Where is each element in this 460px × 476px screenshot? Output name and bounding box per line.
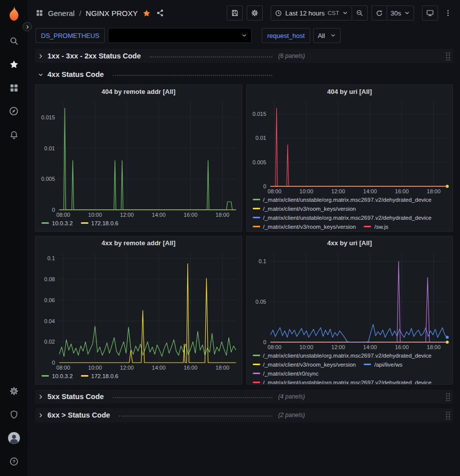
svg-text:0.01: 0.01 [255,135,266,141]
legend-swatch [364,226,371,227]
legend-label: /_matrix/client/unstable/org.matrix.msc2… [263,197,432,203]
svg-text:16:00: 16:00 [395,188,409,194]
panel-title-404-by-remote-addr[interactable]: 404 by remote addr [All] [35,85,242,98]
chart-404-by-uri[interactable]: 08:0010:0012:0014:0016:0018:0000.0050.01… [247,98,453,195]
panel-title: 404 by uri [All] [327,88,372,95]
breadcrumb-section[interactable]: General [48,9,74,17]
svg-text:0.05: 0.05 [255,299,266,305]
sidebar-item-settings[interactable] [0,379,27,403]
legend-swatch [253,373,260,374]
legend-item[interactable]: /_matrix/client/unstable/org.matrix.msc2… [253,351,432,360]
row-drag-handle[interactable] [446,392,451,401]
legend-item[interactable]: 10.0.3.2 [41,372,73,380]
more-options-button[interactable] [442,8,454,17]
legend-item[interactable]: /api/live/ws [364,360,402,369]
legend-label: /_matrix/client/unstable/org.matrix.msc2… [263,215,432,221]
legend-item[interactable]: /_matrix/client/v3/room_keys/version [253,204,356,213]
chart-4xx-by-remote-addr[interactable]: 08:0010:0012:0014:0016:0018:0000.020.040… [35,249,242,372]
sidebar-item-dashboards[interactable] [0,76,27,99]
variable-value-request-host[interactable]: All [313,28,340,43]
panel-title-404-by-uri[interactable]: 404 by uri [All] [247,85,453,98]
chevron-down-icon [241,32,247,38]
svg-text:0.06: 0.06 [44,297,55,303]
time-range-label: Last 12 hours [285,9,325,17]
sidebar: ? [0,0,27,476]
svg-text:0.1: 0.1 [47,255,55,261]
row-dotted-leader [150,56,272,57]
legend-item[interactable]: /sw.js [364,222,388,231]
sidebar-item-server-admin[interactable] [0,403,27,426]
legend-item[interactable]: 172.18.0.6 [81,372,118,380]
row-title: 1xx - 3xx - 2xx Status Code [47,52,141,60]
svg-text:12:00: 12:00 [120,365,134,371]
legend-item[interactable]: /_matrix/client/r0/sync [253,369,319,378]
dashboard-settings-button[interactable] [247,5,263,20]
legend-label: 172.18.0.6 [91,220,118,226]
chart-404-by-remote-addr[interactable]: 08:0010:0012:0014:0016:0018:0000.0050.01… [35,98,242,219]
panel-title: 4xx by uri [All] [327,239,372,247]
svg-text:08:00: 08:00 [56,365,70,371]
grafana-logo-icon[interactable] [4,4,23,23]
chevron-right-icon [25,24,30,29]
panel-title-4xx-by-uri[interactable]: 4xx by uri [All] [247,236,453,249]
breadcrumb-title[interactable]: NGINX PROXY [86,9,138,17]
main-area: General / NGINX PROXY [27,0,460,476]
sidebar-item-starred[interactable] [0,52,27,76]
panel-title-4xx-by-remote-addr[interactable]: 4xx by remote addr [All] [35,236,242,249]
favorite-star-icon[interactable] [142,9,151,17]
time-range-picker[interactable]: Last 12 hours CST [271,5,352,20]
row-header-1xx-3xx-2xx[interactable]: 1xx - 3xx - 2xx Status Code (6 panels) [35,49,453,63]
legend-label: /api/live/ws [374,362,402,368]
sidebar-item-help[interactable]: ? [0,450,27,473]
svg-text:10:00: 10:00 [299,188,313,194]
row-header-5xx[interactable]: 5xx Status Code (4 panels) [35,390,453,404]
sidebar-nav-bottom: ? [0,379,27,473]
svg-text:18:00: 18:00 [216,212,230,218]
tv-mode-button[interactable] [422,5,438,20]
row-panel-count: (6 panels) [278,52,305,59]
refresh-icon [376,9,383,17]
row-drag-handle[interactable] [446,51,451,60]
sidebar-expand-button[interactable] [22,22,32,31]
legend-item[interactable]: 172.18.0.6 [81,219,118,227]
chart-4xx-by-uri[interactable]: 08:0010:0012:0014:0016:0018:0000.050.1 [247,249,453,351]
svg-text:0: 0 [263,339,266,345]
row-header-4xx[interactable]: 4xx Status Code [35,67,453,81]
legend-item[interactable]: /_matrix/client/v3/room_keys/version [253,360,356,369]
refresh-button[interactable] [372,5,387,20]
legend-item[interactable]: /_matrix/client/unstable/org.matrix.msc2… [253,213,432,222]
variable-value-ds-prometheus[interactable] [108,28,252,43]
row-panel-count: (2 panels) [278,412,305,419]
sidebar-item-profile[interactable] [0,426,27,450]
chevron-down-icon [38,72,43,77]
row-header-6xx[interactable]: 6xx > Status Code (2 panels) [35,408,453,422]
save-dashboard-button[interactable] [227,5,243,20]
grafana-app: ? General / NGINX PROXY [0,0,460,476]
legend-item[interactable]: /_matrix/client/unstable/org.matrix.msc2… [253,378,432,384]
legend-swatch [253,226,260,227]
sidebar-item-search[interactable] [0,29,27,52]
row-drag-handle[interactable] [446,411,451,420]
sidebar-item-explore[interactable] [0,99,27,123]
time-controls: Last 12 hours CST [271,5,368,20]
zoom-out-button[interactable] [352,5,368,20]
legend-item[interactable]: 10.0.3.2 [41,219,73,227]
chevron-down-icon [342,10,348,16]
svg-text:0: 0 [52,360,55,366]
legend-swatch [253,208,260,209]
legend-item[interactable]: /_matrix/client/v3/room_keys/version [253,222,356,231]
kebab-icon [444,8,452,17]
svg-text:0.1: 0.1 [258,258,266,264]
share-icon[interactable] [156,9,164,17]
chart-legend: 10.0.3.2172.18.0.6 [35,372,242,384]
svg-text:12:00: 12:00 [120,212,134,218]
variable-label-request-host[interactable]: request_host [262,28,310,43]
dashboards-grid-icon [9,83,19,93]
legend-item[interactable]: /_matrix/client/unstable/org.matrix.msc2… [253,195,432,204]
dashboard-canvas: 1xx - 3xx - 2xx Status Code (6 panels) 4… [27,45,460,476]
legend-label: /sw.js [374,224,388,230]
variable-label-ds-prometheus[interactable]: DS_PROMETHEUS [35,28,105,43]
refresh-interval-picker[interactable]: 30s [387,5,414,20]
sidebar-item-alerting[interactable] [0,123,27,146]
monitor-icon [426,9,434,17]
